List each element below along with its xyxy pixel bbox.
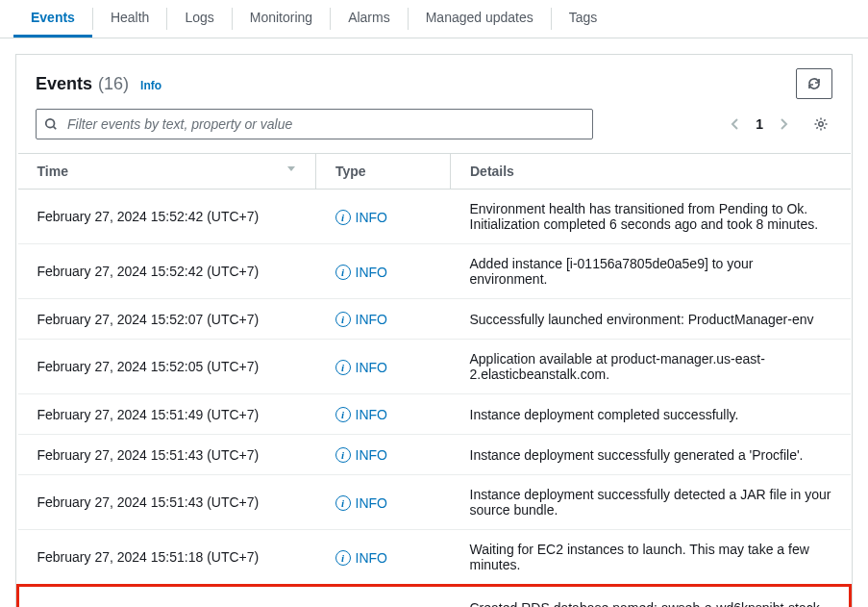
info-icon: i [335, 407, 351, 422]
event-type[interactable]: iINFO [316, 394, 451, 435]
event-time: February 27, 2024 15:52:07 (UTC+7) [18, 299, 316, 340]
event-type[interactable]: iINFO [316, 530, 451, 586]
event-details: Created RDS database named: awseb-e-wd6k… [451, 586, 851, 608]
refresh-button[interactable] [796, 68, 832, 99]
tab-events[interactable]: Events [13, 0, 92, 38]
event-details: Instance deployment successfully detecte… [451, 475, 851, 530]
svg-point-1 [819, 122, 823, 126]
event-type-label: INFO [356, 447, 387, 463]
table-row: February 27, 2024 15:52:07 (UTC+7)iINFOS… [18, 299, 851, 340]
info-link[interactable]: Info [140, 79, 161, 92]
event-time: February 27, 2024 15:51:03 (UTC+7) [18, 586, 316, 608]
refresh-icon [806, 76, 822, 91]
info-icon: i [335, 447, 351, 463]
table-row: February 27, 2024 15:52:42 (UTC+7)iINFOA… [18, 244, 851, 299]
table-row: February 27, 2024 15:51:43 (UTC+7)iINFOI… [18, 435, 851, 475]
event-type-label: INFO [356, 550, 387, 566]
event-time: February 27, 2024 15:52:05 (UTC+7) [18, 340, 316, 394]
event-details: Environment health has transitioned from… [451, 190, 851, 244]
table-row: February 27, 2024 15:51:49 (UTC+7)iINFOI… [18, 394, 851, 435]
event-time: February 27, 2024 15:52:42 (UTC+7) [18, 244, 316, 299]
event-details: Successfully launched environment: Produ… [451, 299, 851, 340]
next-page-button[interactable] [775, 114, 792, 135]
event-details: Instance deployment completed successful… [451, 394, 851, 435]
panel-count: (16) [98, 74, 129, 94]
tab-managed-updates[interactable]: Managed updates [409, 0, 551, 38]
page-number: 1 [756, 116, 763, 132]
tab-monitoring[interactable]: Monitoring [233, 0, 330, 38]
event-details: Instance deployment successfully generat… [451, 435, 851, 475]
event-details: Added instance [i-01156a7805de0a5e9] to … [451, 244, 851, 299]
column-header-details[interactable]: Details [451, 154, 851, 190]
event-type[interactable]: iINFO [316, 586, 451, 608]
column-header-time[interactable]: Time [18, 154, 316, 190]
info-icon: i [335, 312, 351, 327]
sort-icon [286, 164, 296, 173]
event-time: February 27, 2024 15:51:43 (UTC+7) [18, 435, 316, 475]
table-row: February 27, 2024 15:52:05 (UTC+7)iINFOA… [18, 340, 851, 394]
filter-input[interactable] [36, 109, 593, 139]
search-icon [44, 117, 58, 131]
event-time: February 27, 2024 15:51:49 (UTC+7) [18, 394, 316, 435]
events-table: Time Type Details February 27, 2024 15:5… [16, 153, 852, 607]
tab-logs[interactable]: Logs [167, 0, 231, 38]
event-type[interactable]: iINFO [316, 244, 451, 299]
table-row: February 27, 2024 15:51:18 (UTC+7)iINFOW… [18, 530, 851, 586]
table-row: February 27, 2024 15:52:42 (UTC+7)iINFOE… [18, 190, 851, 244]
event-details: Waiting for EC2 instances to launch. Thi… [451, 530, 851, 586]
column-header-type[interactable]: Type [316, 154, 451, 190]
event-type-label: INFO [356, 265, 387, 280]
tab-tags[interactable]: Tags [552, 0, 615, 38]
table-row: February 27, 2024 15:51:03 (UTC+7)iINFOC… [18, 586, 851, 608]
pagination: 1 [727, 113, 832, 136]
event-type[interactable]: iINFO [316, 475, 451, 530]
info-icon: i [335, 550, 351, 566]
event-type-label: INFO [356, 312, 387, 327]
event-details: Application available at product-manager… [451, 340, 851, 394]
prev-page-button[interactable] [727, 114, 744, 135]
event-type[interactable]: iINFO [316, 435, 451, 475]
event-type-label: INFO [356, 407, 387, 422]
tabs-bar: Events Health Logs Monitoring Alarms Man… [0, 0, 868, 38]
info-icon: i [335, 495, 351, 511]
event-type-label: INFO [356, 210, 387, 225]
tab-alarms[interactable]: Alarms [331, 0, 408, 38]
event-type-label: INFO [356, 495, 387, 511]
event-type[interactable]: iINFO [316, 299, 451, 340]
event-type-label: INFO [356, 360, 387, 375]
event-time: February 27, 2024 15:51:43 (UTC+7) [18, 475, 316, 530]
info-icon: i [335, 360, 351, 375]
event-type[interactable]: iINFO [316, 190, 451, 244]
svg-point-0 [46, 119, 55, 128]
settings-button[interactable] [809, 113, 832, 136]
panel-title: Events [36, 74, 92, 94]
event-type[interactable]: iINFO [316, 340, 451, 394]
events-panel: Events (16) Info 1 [15, 54, 853, 607]
info-icon: i [335, 265, 351, 280]
table-row: February 27, 2024 15:51:43 (UTC+7)iINFOI… [18, 475, 851, 530]
info-icon: i [335, 210, 351, 225]
event-time: February 27, 2024 15:51:18 (UTC+7) [18, 530, 316, 586]
event-time: February 27, 2024 15:52:42 (UTC+7) [18, 190, 316, 244]
tab-health[interactable]: Health [93, 0, 166, 38]
